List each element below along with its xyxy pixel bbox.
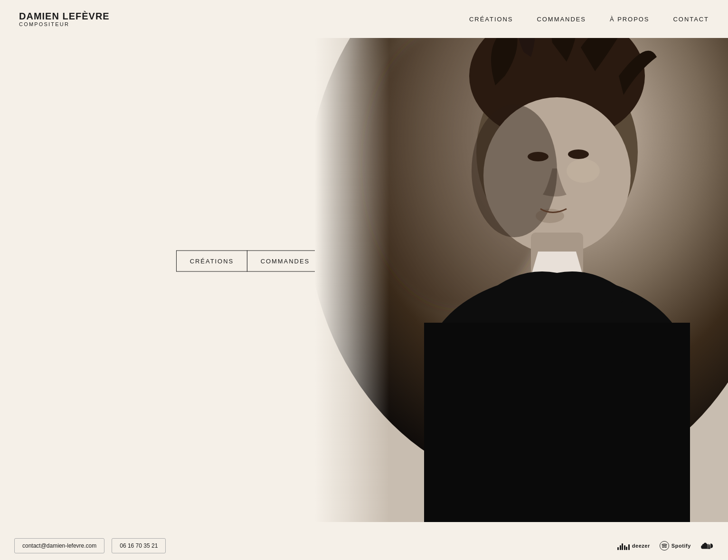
hero-nav-creations[interactable]: CRÉATIONS (176, 251, 247, 272)
footer-phone[interactable]: 06 16 70 35 21 (112, 538, 166, 553)
portrait-area (315, 0, 728, 522)
footer-contact-info: contact@damien-lefevre.com 06 16 70 35 2… (14, 538, 166, 553)
hero-nav-commandes[interactable]: COMMANDES (247, 251, 324, 272)
logo-subtitle: COMPOSITEUR (19, 21, 110, 27)
logo[interactable]: DAMIEN LEFÈVRE COMPOSITEUR (19, 11, 110, 27)
hero-section: CRÉATIONS COMMANDES À PROPOS CONTACT (0, 0, 728, 522)
logo-name: DAMIEN LEFÈVRE (19, 11, 110, 21)
deezer-label: deezer (632, 543, 650, 549)
main-nav: CRÉATIONS COMMANDES À PROPOS CONTACT (469, 16, 709, 23)
deezer-icon (617, 541, 630, 550)
nav-creations[interactable]: CRÉATIONS (469, 16, 513, 23)
site-header: DAMIEN LEFÈVRE COMPOSITEUR CRÉATIONS COM… (0, 0, 728, 38)
spotify-label: Spotify (671, 543, 691, 549)
portrait-fade-overlay (315, 0, 728, 522)
soundcloud-icon (700, 542, 714, 550)
spotify-link[interactable]: Spotify (660, 541, 691, 551)
nav-commandes[interactable]: COMMANDES (537, 16, 586, 23)
footer-social-links: deezer Spotify (617, 541, 714, 551)
nav-a-propos[interactable]: À PROPOS (610, 16, 650, 23)
spotify-icon (660, 541, 669, 551)
soundcloud-link[interactable] (700, 542, 714, 550)
nav-contact[interactable]: CONTACT (673, 16, 709, 23)
footer-email[interactable]: contact@damien-lefevre.com (14, 538, 104, 553)
deezer-link[interactable]: deezer (617, 541, 650, 550)
site-footer: contact@damien-lefevre.com 06 16 70 35 2… (0, 532, 728, 560)
